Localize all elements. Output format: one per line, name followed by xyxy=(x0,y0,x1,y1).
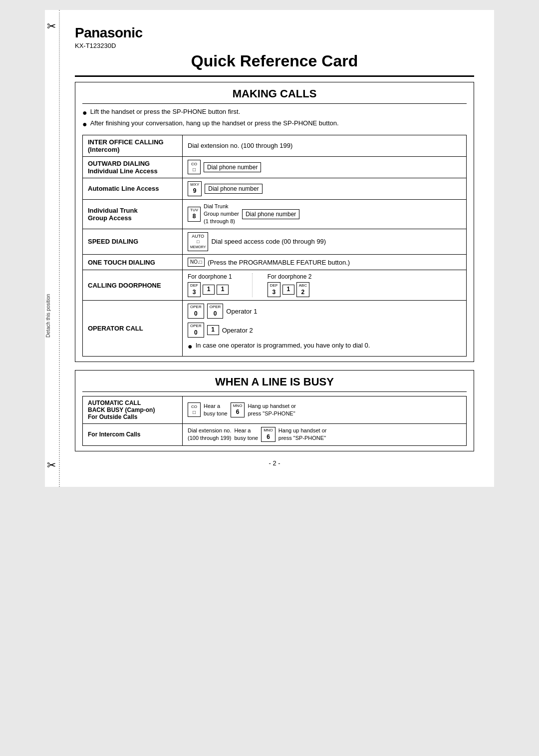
when-busy-title: WHEN A LINE IS BUSY xyxy=(82,376,467,392)
when-busy-section: WHEN A LINE IS BUSY AUTOMATIC CALLBACK B… xyxy=(75,370,474,451)
mno6-key-1: MNO 6 xyxy=(231,402,245,417)
table-row: SPEED DIALING AUTO□MEMORY Dial speed acc… xyxy=(83,229,467,254)
key-1-op2: 1 xyxy=(207,325,219,335)
def3-key-2: DEF 3 xyxy=(268,282,280,297)
co-key: CO □ xyxy=(188,160,201,174)
key-1-dp1b: 1 xyxy=(217,285,229,295)
making-calls-title: MAKING CALLS xyxy=(82,87,467,104)
trunk-subtext: Dial TrunkGroup number(1 through 8) xyxy=(204,203,239,226)
main-title: Quick Reference Card xyxy=(75,52,474,70)
trunk-group-action: TUV 8 Dial TrunkGroup number(1 through 8… xyxy=(183,199,467,229)
page-number: - 2 - xyxy=(75,459,474,467)
outside-calls-label: AUTOMATIC CALLBACK BUSY (Camp-on)For Out… xyxy=(83,396,183,423)
key-1-dp2: 1 xyxy=(282,285,294,295)
brand-name: Panasonic xyxy=(75,25,143,41)
inter-office-action: Dial extension no. (100 through 199) xyxy=(183,135,467,156)
table-row: CALLING DOORPHONE For doorphone 1 DEF 3 xyxy=(83,270,467,301)
scissors-bottom-icon: ✂ xyxy=(47,459,56,472)
table-row: INTER OFFICE CALLING(Intercom) Dial exte… xyxy=(83,135,467,156)
doorphone2-keys: DEF 3 1 ABC 2 xyxy=(268,282,312,297)
co-key-busy: CO □ xyxy=(188,402,201,417)
operator1-row: OPER 0 OPER 0 Operator 1 xyxy=(188,304,461,319)
no-key: NO.□ xyxy=(188,258,205,267)
doorphone1-col: For doorphone 1 DEF 3 1 1 xyxy=(188,273,232,297)
doorphone-label: CALLING DOORPHONE xyxy=(83,270,183,301)
trunk-group-label: Individual TrunkGroup Access xyxy=(83,199,183,229)
table-row: Automatic Line Access WXY 9 Dial phone n… xyxy=(83,178,467,199)
operator-call-label: OPERATOR CALL xyxy=(83,301,183,357)
outside-calls-action: CO □ Hear abusy tone MNO 6 Hang up hands… xyxy=(183,396,467,423)
dial-phone-box-2: Dial phone number xyxy=(205,184,262,194)
doorphone-action: For doorphone 1 DEF 3 1 1 xyxy=(183,270,467,301)
left-margin xyxy=(54,10,64,487)
operator-note: ● In case one operator is programmed, yo… xyxy=(188,342,461,352)
oper0-key-2: OPER 0 xyxy=(188,323,204,338)
page: ✂ Detach this position ✂ Panasonic KX-T1… xyxy=(45,10,494,487)
intercom-calls-label: For Intercom Calls xyxy=(83,423,183,445)
outward-dialing-action: CO □ Dial phone number xyxy=(183,156,467,178)
operator2-row: OPER 0 1 Operator 2 xyxy=(188,323,461,338)
speed-dialing-label: SPEED DIALING xyxy=(83,229,183,254)
auto-line-action: WXY 9 Dial phone number xyxy=(183,178,467,199)
hear-busy-outside: Hear abusy tone xyxy=(204,402,228,418)
doorphone2-col: For doorphone 2 DEF 3 1 ABC xyxy=(252,273,312,297)
oper0-key-1a: OPER 0 xyxy=(188,304,204,319)
dial-phone-box-3: Dial phone number xyxy=(242,209,299,219)
one-touch-label: ONE TOUCH DIALING xyxy=(83,255,183,270)
busy-table: AUTOMATIC CALLBACK BUSY (Camp-on)For Out… xyxy=(82,396,467,446)
doorphone2-label: For doorphone 2 xyxy=(268,273,312,280)
key-1-dp1: 1 xyxy=(203,285,215,295)
tuv8-key: TUV 8 xyxy=(188,207,201,222)
doorphone1-label: For doorphone 1 xyxy=(188,273,232,280)
table-row: AUTOMATIC CALLBACK BUSY (Camp-on)For Out… xyxy=(83,396,467,423)
auto-line-label: Automatic Line Access xyxy=(83,178,183,199)
inter-office-label: INTER OFFICE CALLING(Intercom) xyxy=(83,135,183,156)
doorphone1-keys: DEF 3 1 1 xyxy=(188,282,232,297)
dial-ext-intercom: Dial extension no.(100 through 199) xyxy=(188,427,231,442)
scissors-top-icon: ✂ xyxy=(47,20,56,33)
table-row: Individual TrunkGroup Access TUV 8 Dial … xyxy=(83,199,467,229)
operator-call-action: OPER 0 OPER 0 Operator 1 OPER xyxy=(183,301,467,357)
def3-key-1: DEF 3 xyxy=(188,282,201,297)
intro-bullets: ● Lift the handset or press the SP-PHONE… xyxy=(82,108,467,130)
making-calls-section: MAKING CALLS ● Lift the handset or press… xyxy=(75,82,474,362)
detach-label: Detach this position xyxy=(45,294,51,338)
abc2-key: ABC 2 xyxy=(296,282,309,297)
intercom-busy-steps: Dial extension no.(100 through 199) Hear… xyxy=(188,427,461,442)
bullet-2: ● After finishing your conversation, han… xyxy=(82,119,467,130)
oper0-key-1b: OPER 0 xyxy=(207,304,224,319)
model-number: KX-T123230D xyxy=(75,42,474,49)
mno6-key-2: MNO 6 xyxy=(261,427,275,442)
wxy9-key: WXY 9 xyxy=(188,181,202,196)
one-touch-action: NO.□ (Press the PROGRAMMABLE FEATURE but… xyxy=(183,255,467,270)
dial-phone-box-1: Dial phone number xyxy=(204,162,261,172)
bullet-1: ● Lift the handset or press the SP-PHONE… xyxy=(82,108,467,118)
auto-memory-key: AUTO□MEMORY xyxy=(188,232,208,251)
table-row: OPERATOR CALL OPER 0 OPER 0 xyxy=(83,301,467,357)
table-row: For Intercom Calls Dial extension no.(10… xyxy=(83,423,467,445)
making-calls-table: INTER OFFICE CALLING(Intercom) Dial exte… xyxy=(82,135,467,357)
intercom-calls-action: Dial extension no.(100 through 199) Hear… xyxy=(183,423,467,445)
hear-busy-intercom: Hear abusy tone xyxy=(234,427,258,442)
outward-dialing-label: OUTWARD DIALINGIndividual Line Access xyxy=(83,156,183,178)
operator-section: OPER 0 OPER 0 Operator 1 OPER xyxy=(188,304,461,353)
hang-up-outside: Hang up handset orpress "SP-PHONE" xyxy=(248,402,296,418)
outside-busy-steps: CO □ Hear abusy tone MNO 6 Hang up hands… xyxy=(188,402,461,418)
hang-up-intercom: Hang up handset orpress "SP-PHONE" xyxy=(278,427,327,442)
table-row: OUTWARD DIALINGIndividual Line Access CO… xyxy=(83,156,467,178)
table-row: ONE TOUCH DIALING NO.□ (Press the PROGRA… xyxy=(83,255,467,270)
speed-dialing-action: AUTO□MEMORY Dial speed access code (00 t… xyxy=(183,229,467,254)
